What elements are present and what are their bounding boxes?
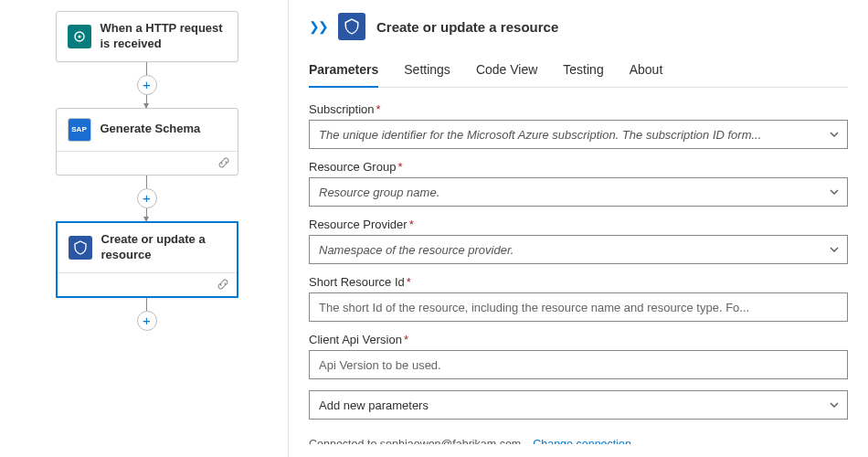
- client-api-version-input[interactable]: [309, 350, 848, 379]
- add-new-parameters-select[interactable]: Add new parameters: [309, 390, 848, 420]
- field-label-resource-group: Resource Group*: [309, 160, 848, 174]
- chevron-down-icon: [829, 186, 840, 200]
- field-label-subscription: Subscription*: [309, 102, 848, 116]
- field-label-resource-provider: Resource Provider*: [309, 218, 848, 231]
- short-resource-id-input[interactable]: [309, 292, 848, 322]
- field-label-client-api-version: Client Api Version*: [309, 333, 848, 346]
- tab-about[interactable]: About: [630, 57, 663, 87]
- connector: +: [137, 175, 157, 221]
- node-generate-schema[interactable]: SAP Generate Schema: [56, 108, 238, 175]
- tab-bar: Parameters Settings Code View Testing Ab…: [309, 57, 848, 88]
- tab-testing[interactable]: Testing: [563, 57, 603, 87]
- workflow-canvas: When a HTTP request is received + SAP Ge…: [0, 0, 288, 457]
- subscription-select[interactable]: The unique identifier for the Microsoft …: [309, 120, 848, 149]
- details-panel: ❯❯ Create or update a resource Parameter…: [288, 0, 868, 457]
- node-title: Generate Schema: [101, 122, 201, 137]
- chevron-down-icon: [829, 399, 840, 413]
- connection-account: sophiaowen@fabrikam.com.: [380, 438, 524, 444]
- chevron-down-icon: [829, 129, 840, 143]
- svg-point-1: [78, 35, 80, 37]
- chevron-down-icon: [829, 244, 840, 258]
- node-title: Create or update a resource: [101, 232, 226, 263]
- arm-icon: [69, 236, 92, 260]
- tab-settings[interactable]: Settings: [404, 57, 450, 87]
- add-step-button[interactable]: +: [137, 75, 157, 95]
- node-http-request[interactable]: When a HTTP request is received: [56, 11, 238, 62]
- collapse-button[interactable]: ❯❯: [309, 19, 327, 34]
- panel-title: Create or update a resource: [376, 19, 558, 35]
- link-icon: [217, 156, 230, 172]
- node-create-update-resource[interactable]: Create or update a resource: [56, 221, 238, 298]
- sap-icon: SAP: [68, 118, 91, 142]
- connection-footer: Connected to sophiaowen@fabrikam.com. Ch…: [309, 430, 848, 444]
- tab-parameters[interactable]: Parameters: [309, 57, 378, 88]
- connector: +: [137, 62, 157, 108]
- http-trigger-icon: [68, 25, 91, 48]
- change-connection-link[interactable]: Change connection.: [533, 438, 634, 444]
- resource-provider-select[interactable]: Namespace of the resource provider.: [309, 235, 848, 264]
- node-title: When a HTTP request is received: [101, 21, 227, 52]
- parameters-form: Subscription* The unique identifier for …: [309, 102, 848, 444]
- link-icon: [217, 278, 229, 293]
- add-step-button[interactable]: +: [137, 311, 157, 331]
- connector: +: [137, 298, 157, 331]
- resource-group-select[interactable]: Resource group name.: [309, 177, 848, 207]
- arm-icon: [338, 13, 365, 40]
- add-step-button[interactable]: +: [137, 188, 157, 208]
- tab-code-view[interactable]: Code View: [476, 57, 537, 87]
- field-label-short-resource-id: Short Resource Id*: [309, 275, 848, 289]
